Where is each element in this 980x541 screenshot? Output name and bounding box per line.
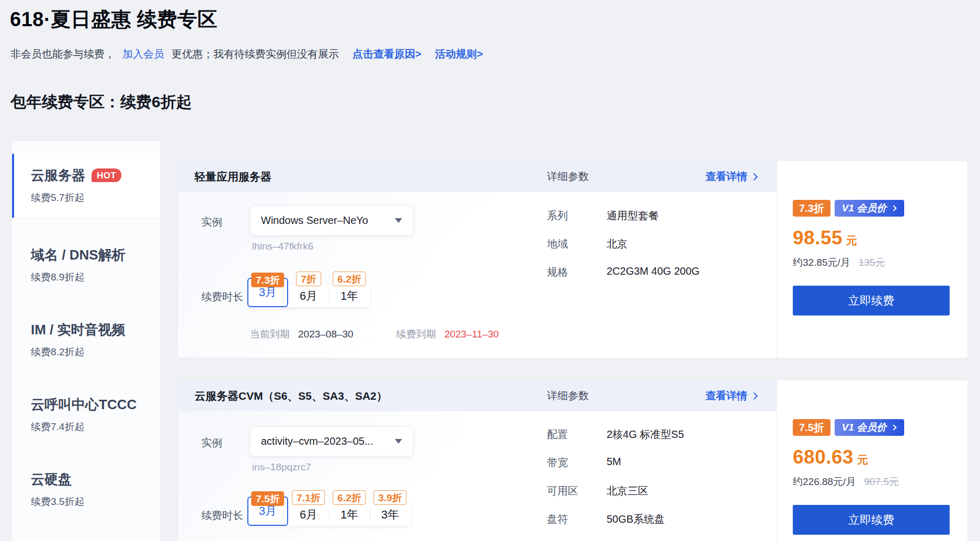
detail-value: 北京三区 xyxy=(607,484,648,498)
product-card-cvm: 云服务器CVM（S6、S5、SA3、SA2） 详细参数 查看详情 实例 acti… xyxy=(178,380,967,541)
detail-label: 地域 xyxy=(547,237,568,251)
detail-label: 系列 xyxy=(547,209,568,223)
original-price: 907.5元 xyxy=(864,475,899,489)
sidebar-item-subtitle: 续费8.9折起 xyxy=(31,271,161,284)
renew-now-button[interactable]: 立即续费 xyxy=(793,286,950,315)
detail-value: 通用型套餐 xyxy=(607,209,659,223)
view-reason-link[interactable]: 点击查看原因> xyxy=(352,47,421,61)
price-amount: 680.63 xyxy=(793,446,853,468)
product-card-lighthouse: 轻量应用服务器 详细参数 查看详情 实例 Windows Server–NeYo… xyxy=(178,161,967,358)
sidebar-item-title: 云硬盘 xyxy=(31,470,161,488)
sidebar-item-title: 云服务器 xyxy=(31,166,85,184)
hot-badge: HOT xyxy=(92,168,121,182)
sidebar-item-subtitle: 续费8.2折起 xyxy=(31,346,161,358)
instance-id: ins–18pqzrc7 xyxy=(252,461,311,473)
instance-select-value: Windows Server–NeYo xyxy=(261,215,390,227)
category-sidebar: 云服务器 HOT 续费5.7折起 域名 / DNS解析 续费8.9折起 IM /… xyxy=(12,140,161,541)
sidebar-item-title: 云呼叫中心TCCC xyxy=(31,396,161,413)
instance-id: lhins–47fkfrk6 xyxy=(252,241,313,252)
sidebar-item-title: 域名 / DNS解析 xyxy=(31,246,161,264)
detail-params-label: 详细参数 xyxy=(547,170,589,184)
subtitle-prefix: 非会员也能参与续费， xyxy=(10,47,115,61)
sidebar-item-subtitle: 续费7.4折起 xyxy=(31,421,161,433)
sidebar-item-tccc[interactable]: 云呼叫中心TCCC 续费7.4折起 xyxy=(12,396,161,433)
current-expire-value: 2023–08–30 xyxy=(298,329,354,340)
sidebar-item-title: IM / 实时音视频 xyxy=(31,321,161,339)
chevron-right-icon xyxy=(750,173,758,180)
join-member-link[interactable]: 加入会员 xyxy=(122,47,164,61)
card-title: 云服务器CVM（S6、S5、SA3、SA2） xyxy=(195,389,388,403)
discount-tag: 7.1折 xyxy=(292,490,325,505)
duration-options: 7.5折 3月 7.1折 6月 6.2折 1年 3.9折 3年 xyxy=(247,504,411,526)
original-price: 135元 xyxy=(859,256,885,269)
sidebar-item-im[interactable]: IM / 实时音视频 续费8.2折起 xyxy=(12,321,161,358)
price-panel: 7.5折 V1 会员价 680.63 元 约226.88元/月 907.5元 立… xyxy=(777,380,967,541)
current-expire-label: 当前到期 xyxy=(250,328,290,341)
duration-label: 续费时长 xyxy=(201,290,243,304)
card-header: 云服务器CVM（S6、S5、SA3、SA2） 详细参数 查看详情 xyxy=(178,380,777,411)
chevron-right-icon xyxy=(750,392,758,399)
duration-option-1y[interactable]: 6.2折 1年 xyxy=(329,504,370,526)
detail-value: 2C2G3M 40G 200G xyxy=(607,265,700,277)
card-body: 云服务器CVM（S6、S5、SA3、SA2） 详细参数 查看详情 实例 acti… xyxy=(178,380,777,541)
permonth-line: 约32.85元/月 135元 xyxy=(793,256,967,269)
discount-badge: 7.3折 xyxy=(793,200,830,217)
card-header: 轻量应用服务器 详细参数 查看详情 xyxy=(178,161,777,192)
detail-value: 2核4G 标准型S5 xyxy=(607,427,684,442)
detail-label: 规格 xyxy=(547,265,568,279)
permonth-price: 约226.88元/月 xyxy=(793,475,856,489)
price-panel: 7.3折 V1 会员价 98.55 元 约32.85元/月 135元 立即续费 xyxy=(777,161,967,358)
permonth-line: 约226.88元/月 907.5元 xyxy=(793,475,967,489)
view-detail-link[interactable]: 查看详情 xyxy=(705,170,757,184)
detail-value: 5M xyxy=(607,456,621,468)
sidebar-item-subtitle: 续费3.5折起 xyxy=(31,495,161,508)
duration-option-6m[interactable]: 7折 6月 xyxy=(288,285,329,307)
sidebar-item-dns[interactable]: 域名 / DNS解析 续费8.9折起 xyxy=(12,246,161,284)
detail-params-label: 详细参数 xyxy=(547,389,589,403)
discount-tag: 6.2折 xyxy=(333,490,366,505)
chevron-down-icon xyxy=(395,439,402,444)
detail-value: 50GB系统盘 xyxy=(607,512,665,526)
duration-option-3m[interactable]: 7.3折 3月 xyxy=(247,278,288,307)
detail-label: 可用区 xyxy=(547,484,578,498)
subtitle-middle: 更优惠；我有待续费实例但没有展示 xyxy=(172,47,339,61)
section-title: 包年续费专区：续费6折起 xyxy=(10,92,192,113)
duration-option-6m[interactable]: 7.1折 6月 xyxy=(288,504,329,526)
renewal-page: 618·夏日盛惠 续费专区 非会员也能参与续费， 加入会员 更优惠；我有待续费实… xyxy=(0,0,980,541)
instance-select-value: activity–cvm–2023–05... xyxy=(261,435,390,447)
activity-rules-link[interactable]: 活动规则> xyxy=(435,47,483,61)
price-line: 680.63 元 xyxy=(793,446,967,468)
duration-label: 续费时长 xyxy=(201,509,243,523)
duration-option-1y[interactable]: 6.2折 1年 xyxy=(329,285,370,307)
detail-value: 北京 xyxy=(607,237,628,251)
card-body: 轻量应用服务器 详细参数 查看详情 实例 Windows Server–NeYo… xyxy=(178,161,777,358)
renew-now-button[interactable]: 立即续费 xyxy=(793,505,950,535)
price-unit: 元 xyxy=(846,233,857,248)
discount-tag: 7折 xyxy=(296,272,321,286)
price-unit: 元 xyxy=(857,453,868,467)
sidebar-item-cloud-server[interactable]: 云服务器 HOT 续费5.7折起 xyxy=(12,154,161,218)
view-detail-link[interactable]: 查看详情 xyxy=(705,389,757,403)
duration-option-3m[interactable]: 7.5折 3月 xyxy=(247,497,288,526)
member-price-pill[interactable]: V1 会员价 xyxy=(835,200,905,217)
expire-dates-row: 当前到期 2023–08–30 续费到期 2023–11–30 xyxy=(250,328,499,341)
sidebar-item-cbs[interactable]: 云硬盘 续费3.5折起 xyxy=(12,470,161,508)
price-line: 98.55 元 xyxy=(793,227,967,249)
instance-select[interactable]: activity–cvm–2023–05... xyxy=(250,426,413,456)
detail-label: 配置 xyxy=(547,427,568,442)
member-price-pill[interactable]: V1 会员价 xyxy=(835,419,905,436)
chevron-down-icon xyxy=(395,218,402,223)
discount-tag: 3.9折 xyxy=(373,490,406,505)
discount-tag: 7.3折 xyxy=(251,273,284,287)
discount-tag: 7.5折 xyxy=(251,491,284,506)
renew-expire-label: 续费到期 xyxy=(396,328,436,341)
chevron-right-icon xyxy=(891,424,897,430)
card-title: 轻量应用服务器 xyxy=(195,170,271,184)
sidebar-item-subtitle: 续费5.7折起 xyxy=(31,191,161,204)
detail-label: 带宽 xyxy=(547,456,568,470)
duration-option-3y[interactable]: 3.9折 3年 xyxy=(370,504,411,526)
discount-tag: 6.2折 xyxy=(333,272,366,286)
permonth-price: 约32.85元/月 xyxy=(793,256,850,269)
instance-select[interactable]: Windows Server–NeYo xyxy=(250,206,413,235)
price-amount: 98.55 xyxy=(793,227,842,249)
